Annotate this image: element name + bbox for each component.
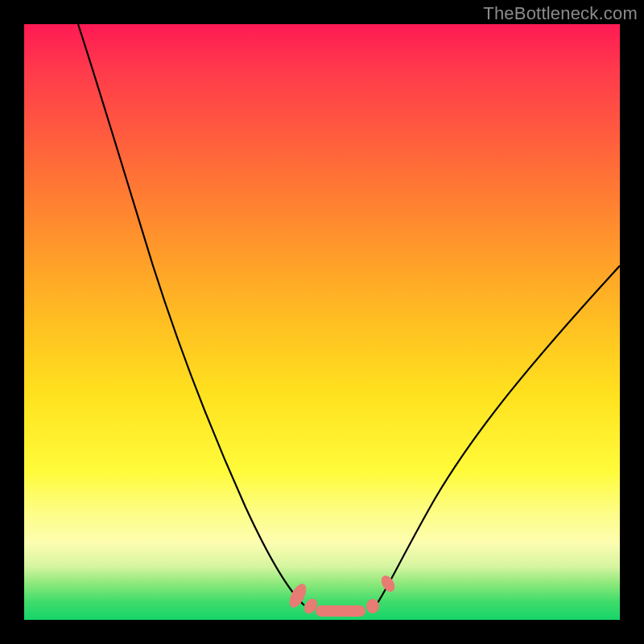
chart-svg xyxy=(24,24,620,620)
plot-area xyxy=(24,24,620,620)
chart-frame: TheBottleneck.com xyxy=(0,0,644,644)
svg-point-4 xyxy=(378,573,398,594)
valley-markers xyxy=(286,573,397,617)
watermark-text: TheBottleneck.com xyxy=(483,3,638,24)
curve-right xyxy=(376,266,620,605)
svg-point-3 xyxy=(366,599,379,613)
svg-rect-2 xyxy=(316,605,365,617)
curve-left xyxy=(78,24,304,605)
